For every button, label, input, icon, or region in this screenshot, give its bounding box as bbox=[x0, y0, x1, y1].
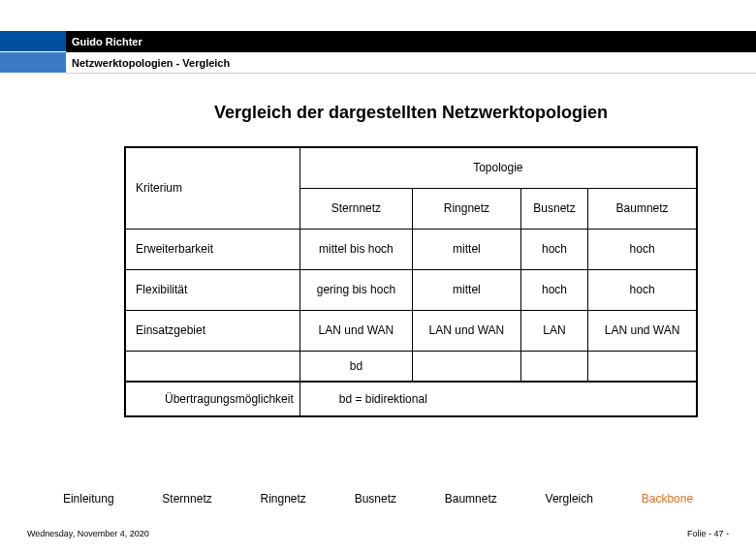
cell-bd: bd bbox=[299, 351, 412, 382]
nav-einleitung[interactable]: Einleitung bbox=[63, 492, 114, 506]
col-baumnetz: Baumnetz bbox=[588, 188, 697, 229]
cell: hoch bbox=[588, 269, 697, 310]
bottom-nav: Einleitung Sternnetz Ringnetz Busnetz Ba… bbox=[0, 492, 756, 506]
footer: Wednesday, November 4, 2020 Folie - 47 - bbox=[27, 529, 729, 538]
slide-title: Vergleich der dargestellten Netzwerktopo… bbox=[0, 103, 756, 123]
nav-sternnetz[interactable]: Sternnetz bbox=[162, 492, 211, 506]
col-sternnetz: Sternnetz bbox=[299, 188, 412, 229]
cell: hoch bbox=[520, 229, 587, 269]
footer-date: Wednesday, November 4, 2020 bbox=[27, 529, 149, 538]
author-bar: Guido Richter bbox=[66, 31, 756, 52]
row-label: Flexibilität bbox=[125, 269, 299, 310]
row-label: Erweiterbarkeit bbox=[125, 229, 299, 269]
nav-baumnetz[interactable]: Baumnetz bbox=[445, 492, 497, 506]
row-label-empty bbox=[125, 351, 299, 382]
cell: gering bis hoch bbox=[299, 269, 412, 310]
legend-cell: bd = bidirektional bbox=[299, 382, 697, 416]
table-row: Erweiterbarkeit mittel bis hoch mittel h… bbox=[125, 229, 697, 269]
topology-header: Topologie bbox=[299, 147, 697, 188]
nav-busnetz[interactable]: Busnetz bbox=[355, 492, 396, 506]
cell: LAN bbox=[520, 310, 587, 351]
cell bbox=[413, 351, 521, 382]
cell: LAN und WAN bbox=[413, 310, 521, 351]
cell bbox=[588, 351, 697, 382]
cell: LAN und WAN bbox=[588, 310, 697, 351]
accent-box-dark bbox=[0, 31, 66, 52]
nav-ringnetz[interactable]: Ringnetz bbox=[261, 492, 306, 506]
table-row: Einsatzgebiet LAN und WAN LAN und WAN LA… bbox=[125, 310, 697, 351]
subtitle-bar: Netzwerktopologien - Vergleich bbox=[66, 52, 756, 74]
legend-row-label: Übertragungsmöglichkeit bbox=[125, 382, 299, 416]
nav-vergleich[interactable]: Vergleich bbox=[546, 492, 593, 506]
comparison-table: Kriterium Topologie Sternnetz Ringnetz B… bbox=[124, 146, 698, 417]
header-row-author: Guido Richter bbox=[0, 31, 756, 52]
nav-backbone[interactable]: Backbone bbox=[642, 492, 693, 506]
comparison-table-wrap: Kriterium Topologie Sternnetz Ringnetz B… bbox=[124, 146, 698, 417]
header-row-subtitle: Netzwerktopologien - Vergleich bbox=[0, 52, 756, 74]
col-busnetz: Busnetz bbox=[520, 188, 587, 229]
cell: LAN und WAN bbox=[299, 310, 412, 351]
row-label: Einsatzgebiet bbox=[125, 310, 299, 351]
cell: mittel bis hoch bbox=[299, 229, 412, 269]
cell: mittel bbox=[413, 229, 521, 269]
cell bbox=[520, 351, 587, 382]
col-ringnetz: Ringnetz bbox=[413, 188, 521, 229]
accent-box-light bbox=[0, 52, 66, 74]
cell: hoch bbox=[520, 269, 587, 310]
table-row-bd: bd bbox=[125, 351, 697, 382]
table-row-legend: Übertragungsmöglichkeit bd = bidirektion… bbox=[125, 382, 697, 416]
table-row: Flexibilität gering bis hoch mittel hoch… bbox=[125, 269, 697, 310]
footer-page: Folie - 47 - bbox=[687, 529, 729, 538]
cell: mittel bbox=[413, 269, 521, 310]
cell: hoch bbox=[588, 229, 697, 269]
criterion-header: Kriterium bbox=[125, 147, 299, 229]
